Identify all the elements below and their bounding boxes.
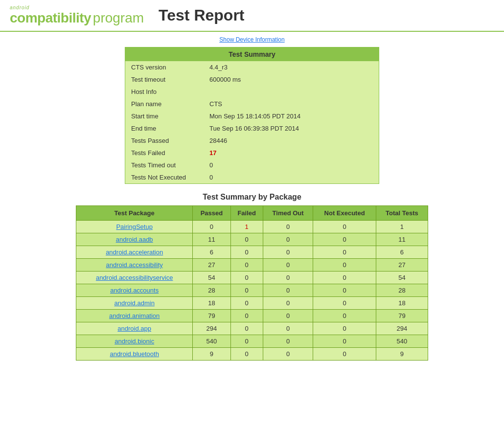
package-link[interactable]: android.admin	[114, 299, 154, 307]
summary-value: Tue Sep 16 06:39:38 PDT 2014	[204, 122, 379, 135]
packages-table: Test PackagePassedFailedTimed OutNot Exe…	[76, 205, 428, 361]
device-info-link[interactable]: Show Device Information	[219, 36, 284, 43]
logo-android-text: android	[10, 5, 144, 10]
summary-value: 0	[204, 171, 379, 183]
page-header: android compatibility program Test Repor…	[0, 0, 504, 32]
notexec-cell: 0	[313, 221, 376, 233]
notexec-cell: 0	[313, 259, 376, 272]
package-name-cell: android.accessibilityservice	[76, 272, 193, 284]
package-link[interactable]: android.aadb	[116, 236, 153, 243]
table-row: android.animation7900079	[76, 310, 428, 322]
package-link[interactable]: android.bluetooth	[110, 350, 159, 358]
test-summary-container: Test Summary CTS version4.4_r3Test timeo…	[125, 47, 379, 184]
timedout-cell: 0	[263, 335, 313, 348]
summary-label: CTS version	[125, 61, 204, 73]
failed-cell: 0	[230, 272, 263, 284]
logo-compat-text: compatibility	[10, 10, 91, 25]
package-link[interactable]: android.acceleration	[106, 249, 163, 256]
failed-cell: 0	[230, 310, 263, 322]
total-cell: 54	[376, 272, 428, 284]
failed-cell: 0	[230, 335, 263, 348]
total-cell: 6	[376, 246, 428, 259]
failed-cell: 1	[230, 221, 263, 233]
package-link[interactable]: PairingSetup	[116, 223, 152, 230]
failed-cell: 0	[230, 246, 263, 259]
failed-cell: 0	[230, 348, 263, 361]
summary-label: Plan name	[125, 98, 204, 110]
summary-label: Start time	[125, 110, 204, 122]
package-name-cell: android.accounts	[76, 284, 193, 297]
timedout-cell: 0	[263, 233, 313, 246]
notexec-cell: 0	[313, 348, 376, 361]
table-row: android.admin1800018	[76, 297, 428, 310]
failed-cell: 0	[230, 259, 263, 272]
failed-cell: 0	[230, 284, 263, 297]
table-row: android.accessibility2700027	[76, 259, 428, 272]
passed-cell: 540	[193, 335, 230, 348]
timedout-cell: 0	[263, 348, 313, 361]
table-row: android.acceleration60006	[76, 246, 428, 259]
timedout-cell: 0	[263, 272, 313, 284]
total-cell: 540	[376, 335, 428, 348]
timedout-cell: 0	[263, 259, 313, 272]
package-link[interactable]: android.app	[117, 325, 151, 332]
summary-value: Mon Sep 15 18:14:05 PDT 2014	[204, 110, 379, 122]
summary-label: Tests Not Executed	[125, 171, 204, 183]
total-cell: 11	[376, 233, 428, 246]
failed-cell: 0	[230, 322, 263, 335]
package-name-cell: android.bionic	[76, 335, 193, 348]
page-title: Test Report	[159, 6, 244, 24]
total-cell: 18	[376, 297, 428, 310]
package-link[interactable]: android.accessibilityservice	[96, 274, 173, 281]
package-name-cell: android.accessibility	[76, 259, 193, 272]
passed-cell: 27	[193, 259, 230, 272]
device-info-section: Show Device Information	[0, 32, 504, 47]
summary-value: 600000 ms	[204, 73, 379, 86]
passed-cell: 6	[193, 246, 230, 259]
table-row: android.bluetooth90009	[76, 348, 428, 361]
logo: android compatibility program	[10, 5, 144, 26]
total-cell: 79	[376, 310, 428, 322]
timedout-cell: 0	[263, 310, 313, 322]
package-link[interactable]: android.accounts	[110, 287, 159, 294]
summary-value: 28446	[204, 135, 379, 147]
packages-section-title: Test Summary by Package	[0, 193, 504, 202]
packages-col-header: Failed	[230, 206, 263, 221]
summary-heading: Test Summary	[125, 47, 379, 61]
package-link[interactable]: android.bionic	[115, 338, 154, 345]
summary-value: CTS	[204, 98, 379, 110]
timedout-cell: 0	[263, 322, 313, 335]
total-cell: 1	[376, 221, 428, 233]
summary-value: 17	[204, 147, 379, 159]
package-name-cell: android.animation	[76, 310, 193, 322]
failed-cell: 0	[230, 297, 263, 310]
package-link[interactable]: android.accessibility	[106, 261, 162, 269]
table-row: android.aadb1100011	[76, 233, 428, 246]
package-name-cell: android.aadb	[76, 233, 193, 246]
packages-container: Test PackagePassedFailedTimed OutNot Exe…	[76, 205, 428, 361]
packages-col-header: Test Package	[76, 206, 193, 221]
summary-label: Tests Passed	[125, 135, 204, 147]
package-name-cell: android.bluetooth	[76, 348, 193, 361]
summary-label: Tests Timed out	[125, 159, 204, 171]
failed-cell: 0	[230, 233, 263, 246]
notexec-cell: 0	[313, 335, 376, 348]
table-row: PairingSetup01001	[76, 221, 428, 233]
table-row: android.accessibilityservice5400054	[76, 272, 428, 284]
table-row: android.app294000294	[76, 322, 428, 335]
notexec-cell: 0	[313, 322, 376, 335]
notexec-cell: 0	[313, 284, 376, 297]
timedout-cell: 0	[263, 284, 313, 297]
passed-cell: 9	[193, 348, 230, 361]
timedout-cell: 0	[263, 246, 313, 259]
logo-program-text: program	[93, 10, 144, 25]
summary-value	[204, 86, 379, 98]
package-link[interactable]: android.animation	[109, 312, 160, 319]
packages-col-header: Timed Out	[263, 206, 313, 221]
packages-col-header: Passed	[193, 206, 230, 221]
timedout-cell: 0	[263, 297, 313, 310]
summary-label: Host Info	[125, 86, 204, 98]
notexec-cell: 0	[313, 272, 376, 284]
passed-cell: 11	[193, 233, 230, 246]
total-cell: 28	[376, 284, 428, 297]
